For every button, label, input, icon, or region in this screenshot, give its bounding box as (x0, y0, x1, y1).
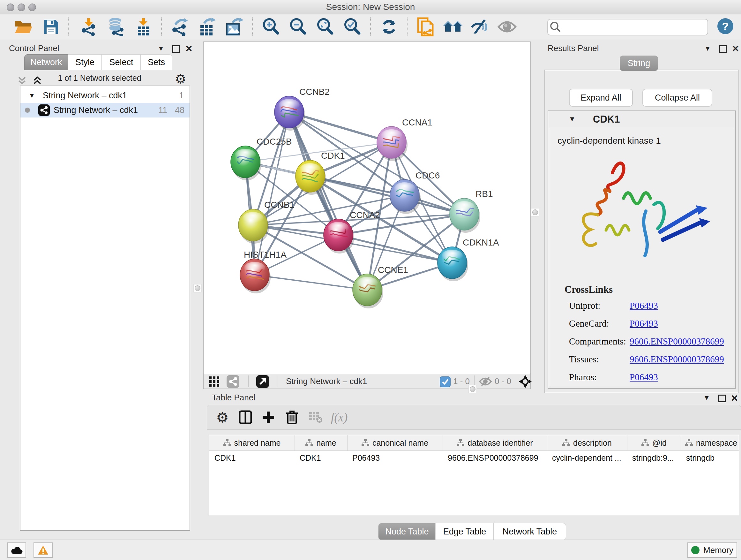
float-menu-icon[interactable]: ▼ (704, 45, 711, 52)
refresh-layout-icon[interactable] (378, 17, 400, 37)
table-cell[interactable]: 9606.ENSP00000378699 (443, 450, 547, 465)
crosslink-link[interactable]: P06493 (630, 300, 658, 311)
crosslink-link[interactable]: P06493 (630, 372, 658, 382)
zoom-selected-icon[interactable] (341, 17, 363, 37)
import-network-icon[interactable] (78, 17, 100, 37)
crosslink-link[interactable]: 9606.ENSP00000378699 (630, 336, 724, 347)
network-node-CCNE1[interactable]: CCNE1 (353, 265, 408, 308)
zoom-out-icon[interactable] (287, 17, 309, 37)
tab-node-table[interactable]: Node Table (378, 523, 436, 540)
column-header-name[interactable]: name (294, 435, 347, 450)
table-cell[interactable]: stringdb (681, 450, 739, 465)
title-bar: Session: New Session (0, 0, 741, 14)
splitter-handle[interactable] (193, 284, 202, 293)
grid-view-icon[interactable] (209, 376, 219, 387)
float-panel-icon[interactable] (172, 45, 180, 53)
expand-all-networks-icon[interactable] (17, 76, 27, 85)
open-view-in-window-icon[interactable] (256, 375, 269, 388)
help-icon[interactable]: ? (718, 18, 733, 34)
add-column-icon[interactable] (259, 409, 277, 426)
tab-network-table[interactable]: Network Table (493, 523, 566, 540)
delete-table-icon[interactable] (307, 409, 325, 426)
open-folder-icon[interactable] (12, 17, 34, 37)
save-icon[interactable] (40, 17, 62, 37)
column-header--id[interactable]: @id (627, 435, 681, 450)
network-edge-HIST1H1A-CCNE1[interactable] (255, 275, 367, 290)
cloud-status-button[interactable] (7, 543, 26, 558)
hide-selected-eye-icon[interactable] (469, 17, 491, 37)
show-eye-icon[interactable] (496, 17, 518, 37)
column-header-database-identifier[interactable]: database identifier (443, 435, 547, 450)
float-panel-icon[interactable] (718, 395, 726, 402)
fit-content-crosshair-icon[interactable] (519, 375, 532, 388)
network-view: CCNB2CCNA1CDC25BCDK1CDC6RB1CCNB1CCNA2CDK… (203, 42, 531, 389)
search-box[interactable] (547, 19, 708, 36)
column-header-description[interactable]: description (547, 435, 627, 450)
node-label-CCNA2: CCNA2 (350, 210, 380, 220)
splitter-handle[interactable] (531, 208, 539, 216)
import-database-icon[interactable] (105, 17, 127, 37)
column-header-label: description (573, 438, 612, 448)
memory-button[interactable]: Memory (687, 543, 737, 558)
network-node-CDC6[interactable]: CDC6 (390, 171, 440, 214)
zoom-fit-icon[interactable] (314, 17, 336, 37)
show-columns-icon[interactable] (237, 409, 254, 426)
export-network-icon[interactable] (169, 17, 191, 37)
tab-string[interactable]: String (620, 56, 658, 71)
home-icon[interactable] (442, 17, 464, 37)
column-header-namespace[interactable]: namespace (681, 435, 739, 450)
crosslink-link[interactable]: 9606.ENSP00000378699 (630, 354, 724, 365)
table-options-gear-icon[interactable]: ⚙ (213, 409, 231, 426)
column-header-canonical-name[interactable]: canonical name (347, 435, 443, 450)
network-node-CDKN1A[interactable]: CDKN1A (437, 238, 499, 281)
network-collection-row[interactable]: ▼ String Network – cdk1 1 (20, 88, 190, 103)
float-menu-icon[interactable]: ▼ (158, 45, 164, 52)
network-options-gear-icon[interactable]: ⚙ (175, 71, 186, 86)
collapse-all-button[interactable]: Collapse All (643, 89, 712, 107)
network-row[interactable]: String Network – cdk1 11 48 (20, 103, 190, 118)
close-panel-icon[interactable]: ✕ (731, 393, 738, 403)
tab-sets[interactable]: Sets (140, 54, 172, 70)
table-cell[interactable]: stringdb:9... (627, 450, 681, 465)
table-cell[interactable]: CDK1 (209, 450, 294, 465)
tab-network[interactable]: Network (24, 54, 68, 70)
warnings-button[interactable] (33, 543, 53, 558)
table-cell[interactable]: cyclin-dependent ... (547, 450, 627, 465)
table-cell[interactable]: CDK1 (294, 450, 347, 465)
node-label-CDC6: CDC6 (415, 171, 440, 180)
network-node-count: 11 (158, 103, 167, 118)
export-image-icon[interactable] (223, 17, 245, 37)
zoom-in-icon[interactable] (260, 17, 282, 37)
collection-expand-icon[interactable]: ▼ (29, 88, 35, 103)
entry-collapse-icon[interactable]: ▼ (569, 115, 576, 123)
table-cell[interactable]: P06493 (347, 450, 443, 465)
float-panel-icon[interactable] (719, 45, 727, 53)
delete-column-trash-icon[interactable] (283, 409, 301, 426)
close-panel-icon[interactable]: ✕ (185, 44, 192, 54)
network-node-CCNB2[interactable]: CCNB2 (274, 87, 330, 131)
column-header-shared-name[interactable]: shared name (209, 435, 295, 450)
tab-edge-table[interactable]: Edge Table (435, 523, 494, 540)
network-canvas[interactable]: CCNB2CCNA1CDC25BCDK1CDC6RB1CCNB1CCNA2CDK… (204, 42, 530, 374)
selected-checkbox-icon[interactable] (440, 376, 451, 387)
table-panel: Table Panel ▼ ✕ ⚙ f(x) shared namenameca… (207, 391, 741, 540)
splitter-handle[interactable] (468, 385, 477, 393)
expand-all-button[interactable]: Expand All (569, 89, 633, 107)
export-table-icon[interactable] (196, 17, 218, 37)
birds-eye-share-icon[interactable] (226, 375, 239, 388)
function-builder-icon[interactable]: f(x) (330, 409, 348, 426)
clone-network-icon[interactable] (415, 17, 436, 37)
network-node-RB1[interactable]: RB1 (450, 189, 493, 233)
close-panel-icon[interactable]: ✕ (732, 44, 739, 54)
float-menu-icon[interactable]: ▼ (703, 394, 710, 401)
import-table-icon[interactable] (132, 17, 154, 37)
network-node-CCNB1[interactable]: CCNB1 (239, 200, 294, 244)
tab-style[interactable]: Style (68, 54, 102, 70)
network-view-toolbar: String Network – cdk1 1 - 0 0 - 0 (204, 374, 530, 388)
search-input[interactable] (562, 22, 708, 33)
network-edge-CCNB2-CCNE1[interactable] (289, 112, 367, 290)
network-node-CCNA1[interactable]: CCNA1 (377, 118, 432, 161)
crosslink-link[interactable]: P06493 (630, 318, 658, 329)
network-node-HIST1H1A[interactable]: HIST1H1A (240, 250, 286, 294)
tab-select[interactable]: Select (102, 54, 141, 70)
